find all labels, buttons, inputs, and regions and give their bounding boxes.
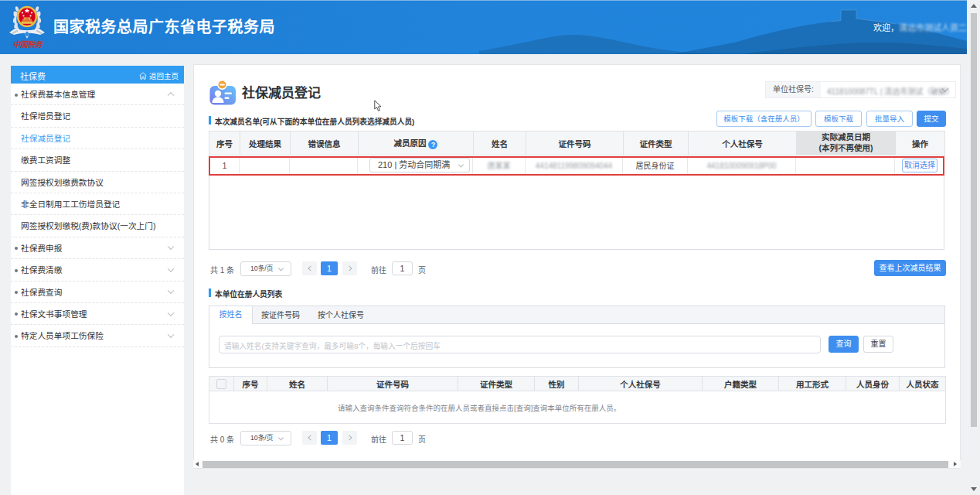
svg-text:中国税务: 中国税务 xyxy=(13,40,44,49)
